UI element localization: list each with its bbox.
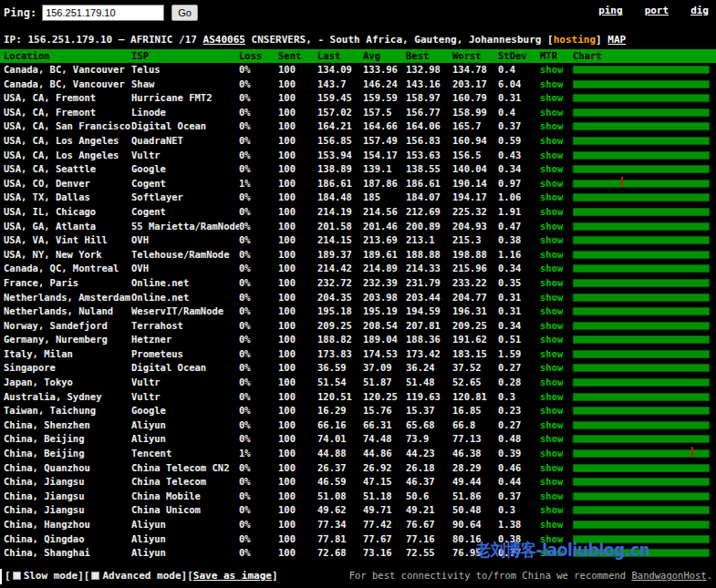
latency-chart-bar (573, 151, 710, 160)
mtr-show-link[interactable]: show (540, 334, 563, 345)
cell-mtr: show (540, 119, 573, 134)
cell-worst: 215.96 (452, 262, 498, 276)
cell-mtr: show (540, 191, 573, 205)
cell-last: 46.59 (317, 475, 363, 490)
mtr-show-link[interactable]: show (540, 348, 563, 359)
cell-isp: QuadraNET (131, 134, 239, 149)
map-link[interactable]: MAP (607, 34, 626, 46)
cell-mtr: show (540, 106, 573, 120)
cell-location: Taiwan, Taichung (4, 404, 131, 418)
mtr-show-link[interactable]: show (540, 64, 563, 75)
save-as-image-link[interactable]: Save as image (193, 570, 272, 582)
slow-mode-checkbox[interactable] (13, 572, 21, 580)
mtr-show-link[interactable]: show (540, 249, 563, 260)
bandwagonhost-link[interactable]: BandwagonHost (631, 570, 706, 581)
table-row: USA, CA, FremontHurricane FMT20%100159.4… (0, 91, 716, 106)
table-row: USA, GA, Atlanta55 Marietta/RamNode0%100… (0, 220, 716, 234)
table-row: Japan, TokyoVultr0%10051.5451.8751.4852.… (0, 376, 716, 390)
latency-chart-bar (573, 307, 710, 315)
nav-ping-link[interactable]: ping (598, 5, 623, 16)
cell-avg: 74.48 (363, 432, 406, 447)
mtr-show-link[interactable]: show (540, 504, 563, 515)
cell-isp: Google (131, 404, 239, 418)
cell-loss: 1% (239, 177, 278, 191)
advanced-mode-checkbox[interactable] (91, 572, 99, 580)
cell-avg: 133.96 (363, 63, 406, 77)
mtr-show-link[interactable]: show (540, 191, 563, 202)
cell-loss: 0% (239, 418, 278, 433)
latency-chart-bar (573, 506, 710, 514)
latency-chart-bar (573, 521, 710, 529)
cell-loss: 0% (239, 248, 278, 263)
mtr-show-link[interactable]: show (540, 362, 563, 373)
cell-avg: 157.49 (363, 134, 406, 149)
mtr-show-link[interactable]: show (540, 448, 563, 459)
cell-mtr: show (540, 475, 573, 490)
mtr-show-link[interactable]: show (540, 263, 563, 273)
nav-dig-link[interactable]: dig (690, 5, 709, 16)
mtr-show-link[interactable]: show (540, 178, 563, 189)
cell-last: 44.88 (317, 447, 363, 461)
cell-loss: 0% (239, 134, 278, 149)
asn-link[interactable]: AS40065 (203, 34, 245, 46)
mtr-show-link[interactable]: show (540, 320, 563, 331)
cell-location: China, Qingdao (4, 532, 131, 547)
mtr-show-link[interactable]: show (540, 135, 563, 146)
mtr-show-link[interactable]: show (540, 150, 563, 160)
mtr-show-link[interactable]: show (540, 377, 563, 387)
ping-target-input[interactable] (42, 5, 164, 21)
cell-mtr: show (540, 333, 573, 347)
cell-avg: 66.31 (363, 418, 406, 433)
cell-best: 153.63 (406, 149, 452, 163)
nav-port-link[interactable]: port (645, 5, 669, 16)
cell-isp: Aliyun (131, 518, 239, 532)
mtr-show-link[interactable]: show (540, 92, 563, 103)
cell-avg: 51.87 (363, 376, 406, 390)
cell-avg: 146.24 (363, 77, 406, 92)
cell-chart (573, 490, 716, 504)
cell-mtr: show (540, 319, 573, 334)
ping-tool-page: Ping: Go ping port dig IP: 156.251.179.1… (0, 0, 716, 588)
mtr-show-link[interactable]: show (540, 120, 563, 131)
cell-worst: 16.85 (452, 404, 498, 418)
cell-isp: Aliyun (131, 432, 239, 447)
table-row: Australia, SydneyVultr0%100120.51120.251… (0, 390, 716, 405)
cell-loss: 0% (239, 503, 278, 518)
mtr-show-link[interactable]: show (540, 419, 563, 430)
cell-isp: Cogent (131, 177, 239, 191)
cell-sent: 100 (278, 319, 317, 334)
cell-best: 65.68 (406, 418, 452, 433)
mtr-show-link[interactable]: show (540, 163, 563, 174)
mtr-show-link[interactable]: show (540, 234, 563, 245)
header-chart: Chart (573, 49, 716, 63)
cell-stdev: 0.23 (498, 404, 540, 418)
mtr-show-link[interactable]: show (540, 78, 563, 89)
cell-stdev: 0.37 (498, 490, 540, 504)
mtr-show-link[interactable]: show (540, 221, 563, 232)
cell-stdev: 0.97 (498, 177, 540, 191)
mtr-show-link[interactable]: show (540, 277, 563, 288)
cell-avg: 203.98 (363, 291, 406, 305)
cell-avg: 37.09 (363, 361, 406, 376)
cell-chart (573, 503, 716, 518)
cell-stdev: 1.38 (498, 518, 540, 532)
cell-chart (573, 248, 716, 263)
cell-worst: 66.8 (452, 418, 498, 433)
mtr-show-link[interactable]: show (540, 305, 563, 316)
mtr-show-link[interactable]: show (540, 476, 563, 487)
mtr-show-link[interactable]: show (540, 462, 563, 473)
cell-best: 51.48 (406, 376, 452, 390)
ip-info-middle: CNSERVERS, - South Africa, Gauteng, Joha… (245, 34, 554, 46)
mtr-show-link[interactable]: show (540, 107, 563, 118)
go-button[interactable]: Go (171, 5, 198, 21)
mtr-show-link[interactable]: show (540, 292, 563, 303)
mtr-show-link[interactable]: show (540, 490, 563, 501)
cell-worst: 77.13 (452, 432, 498, 447)
cell-best: 46.37 (406, 475, 452, 490)
mtr-show-link[interactable]: show (540, 206, 563, 217)
cell-location: China, Jiangsu (4, 475, 131, 490)
mtr-show-link[interactable]: show (540, 519, 563, 530)
mtr-show-link[interactable]: show (540, 433, 563, 444)
mtr-show-link[interactable]: show (540, 391, 563, 402)
mtr-show-link[interactable]: show (540, 405, 563, 416)
